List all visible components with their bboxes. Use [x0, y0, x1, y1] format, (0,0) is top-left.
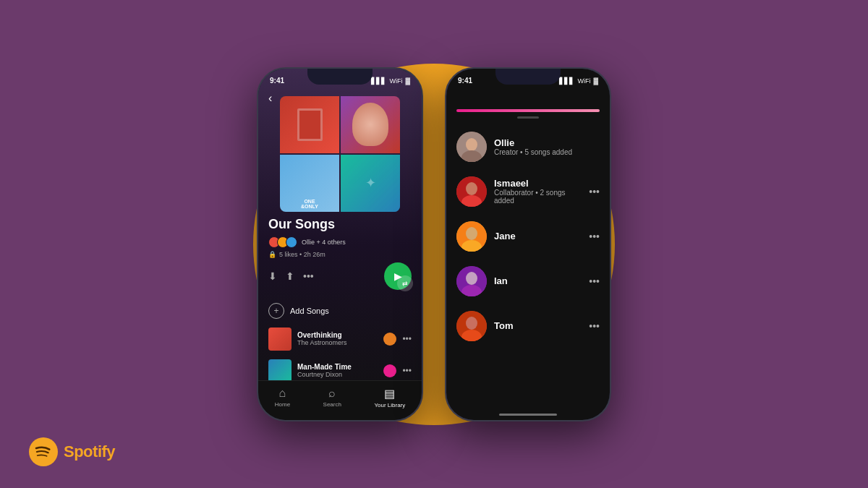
avatar-jane	[456, 221, 487, 252]
collab-item-ollie[interactable]: Ollie Creator • 5 songs added	[446, 124, 610, 169]
signal-icon: ▋▋▋	[371, 77, 386, 85]
library-icon: ▤	[384, 387, 395, 401]
collab-info-ollie: Ollie Creator • 5 songs added	[494, 137, 600, 156]
album-art-red	[280, 96, 339, 153]
avatar-ismaeel	[456, 176, 487, 207]
nav-search[interactable]: ⌕ Search	[323, 387, 341, 408]
collab-info-jane: Jane	[494, 231, 582, 241]
collab-more-ismaeel[interactable]: •••	[589, 186, 600, 197]
spotify-icon	[29, 437, 58, 466]
lock-icon: 🔒	[268, 251, 276, 258]
search-icon: ⌕	[328, 387, 336, 400]
download-icon[interactable]: ⬇	[268, 270, 277, 282]
notch-1	[307, 69, 373, 85]
shuffle-button[interactable]: ⇄	[397, 275, 413, 291]
song-name-1: Overthinking	[297, 331, 378, 339]
collab-drag-area[interactable]	[446, 112, 610, 119]
spotify-logo: Spotify	[29, 437, 115, 466]
share-icon[interactable]: ⬆	[286, 270, 294, 282]
home-icon: ⌂	[279, 387, 286, 400]
plus-icon: +	[268, 303, 284, 319]
back-button[interactable]: ‹	[268, 92, 272, 105]
library-label: Your Library	[374, 402, 405, 408]
status-time-1: 9:41	[270, 77, 284, 85]
collab-role-ollie: Creator • 5 songs added	[494, 148, 600, 156]
collab-item-tom[interactable]: Tom •••	[446, 304, 610, 348]
collab-name-ismaeel: Ismaeel	[494, 178, 582, 189]
song-details-2: Man-Made Time Courtney Dixon	[297, 363, 378, 378]
song-details-1: Overthinking The Astronomers	[297, 331, 378, 346]
battery-icon-2: ▓	[593, 77, 598, 85]
song-thumb-1	[268, 328, 292, 351]
svg-point-13	[466, 317, 477, 330]
avatar-stack	[268, 236, 297, 248]
nav-library[interactable]: ▤ Your Library	[374, 387, 405, 408]
song-name-2: Man-Made Time	[297, 363, 378, 371]
collab-name-ian: Ian	[494, 275, 582, 286]
phone-1-screen: 9:41 ▋▋▋ WiFi ▓ ‹	[258, 69, 422, 420]
bottom-nav: ⌂ Home ⌕ Search ▤ Your Library	[258, 380, 422, 420]
song-avatar-2	[383, 364, 396, 377]
action-row: ⬇ ⬆ ••• ▶ ⇄	[268, 262, 412, 290]
phone-2: 9:41 ▋▋▋ WiFi ▓	[445, 67, 611, 421]
wifi-icon-2: WiFi	[577, 77, 590, 85]
playlist-contributors: Ollie + 4 others	[302, 239, 346, 246]
nav-home[interactable]: ⌂ Home	[275, 387, 290, 408]
song-thumb-2	[268, 359, 292, 382]
more-icon[interactable]: •••	[303, 270, 314, 282]
collaborators-list: Ollie Creator • 5 songs added Ism	[446, 119, 610, 354]
signal-icon-2: ▋▋▋	[559, 77, 574, 85]
notch-2	[495, 69, 561, 85]
status-icons-2: ▋▋▋ WiFi ▓	[559, 77, 598, 85]
song-more-1[interactable]: •••	[402, 334, 412, 344]
collab-info-ismaeel: Ismaeel Collaborator • 2 songs added	[494, 178, 582, 205]
collab-more-tom[interactable]: •••	[589, 320, 600, 332]
add-songs-row[interactable]: + Add Songs	[258, 299, 422, 323]
phones-container: 9:41 ▋▋▋ WiFi ▓ ‹	[257, 67, 611, 421]
svg-point-7	[466, 227, 477, 240]
avatar-ian	[456, 266, 487, 296]
avatar-ollie	[456, 132, 487, 162]
collab-name-tom: Tom	[494, 320, 582, 331]
collab-more-jane[interactable]: •••	[589, 231, 600, 242]
song-artist-2: Courtney Dixon	[297, 371, 378, 378]
battery-icon: ▓	[405, 77, 410, 85]
album-cell-4: ✦	[341, 155, 400, 212]
status-time-2: 9:41	[458, 77, 472, 85]
home-label: Home	[275, 401, 290, 408]
stats-text: 5 likes • 2h 26m	[279, 251, 326, 258]
home-indicator-2	[499, 414, 557, 416]
playlist-title: Our Songs	[268, 217, 412, 232]
playlist-stats: 🔒 5 likes • 2h 26m	[268, 251, 412, 258]
collab-item-ismaeel[interactable]: Ismaeel Collaborator • 2 songs added •••	[446, 169, 610, 214]
collab-more-ian[interactable]: •••	[589, 275, 600, 287]
collab-item-jane[interactable]: Jane •••	[446, 214, 610, 259]
collab-item-ian[interactable]: Ian •••	[446, 259, 610, 304]
collab-name-jane: Jane	[494, 231, 582, 241]
drag-handle	[517, 116, 539, 119]
album-cell-2	[341, 96, 400, 153]
search-label: Search	[323, 401, 341, 408]
collab-info-ian: Ian	[494, 275, 582, 286]
collab-role-ismaeel: Collaborator • 2 songs added	[494, 189, 582, 205]
spotify-brand-name: Spotify	[64, 442, 115, 461]
wifi-icon: WiFi	[389, 77, 402, 85]
song-avatar-1	[383, 333, 396, 346]
song-item-1[interactable]: Overthinking The Astronomers •••	[258, 323, 422, 355]
avatar-tom	[456, 311, 487, 341]
album-art-grid: ONE&ONLY ✦	[280, 96, 400, 212]
album-cell-1	[280, 96, 339, 153]
phone-1: 9:41 ▋▋▋ WiFi ▓ ‹	[257, 67, 423, 421]
playlist-meta-row: Ollie + 4 others	[268, 236, 412, 248]
add-songs-label: Add Songs	[290, 307, 329, 315]
playlist-info: Our Songs Ollie + 4 others 🔒 5 likes • 2…	[268, 217, 412, 290]
collab-name-ollie: Ollie	[494, 137, 600, 148]
song-more-2[interactable]: •••	[402, 366, 412, 376]
svg-point-4	[466, 182, 477, 195]
svg-point-10	[466, 272, 477, 285]
album-cell-3: ONE&ONLY	[280, 155, 339, 212]
status-icons-1: ▋▋▋ WiFi ▓	[371, 77, 410, 85]
svg-point-1	[466, 138, 477, 151]
phone-2-screen: 9:41 ▋▋▋ WiFi ▓	[446, 69, 610, 420]
avatar-3	[286, 236, 297, 248]
